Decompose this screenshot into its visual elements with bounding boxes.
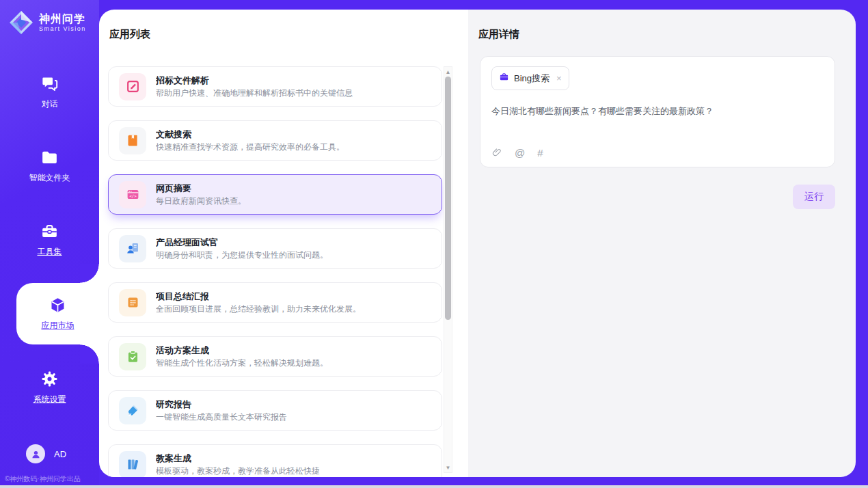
app-card-desc: 模板驱动，教案秒成，教学准备从此轻松快捷 — [156, 465, 320, 477]
sidebar-item-label: 智能文件夹 — [29, 172, 70, 184]
app-card-desc: 快速精准查找学术资源，提高研究效率的必备工具。 — [156, 141, 344, 153]
app-card[interactable]: 活动方案生成 智能生成个性化活动方案，轻松解决规划难题。 — [108, 336, 442, 377]
note-icon — [119, 289, 146, 316]
doc-edit-icon — [119, 73, 146, 100]
prompt-card[interactable]: Bing搜索 × 今日湖北有哪些新闻要点？有哪些需要关注的最新政策？ @ # — [480, 56, 835, 167]
app-card-desc: 智能生成个性化活动方案，轻松解决规划难题。 — [156, 357, 328, 369]
user-avatar — [26, 444, 45, 463]
sidebar-item-label: 应用市场 — [42, 320, 74, 331]
ink-pen-icon — [119, 397, 146, 424]
user-label: AD — [54, 449, 66, 459]
app-card[interactable]: 招标文件解析 帮助用户快速、准确地理解和解析招标书中的关键信息 — [108, 66, 442, 107]
list-scrollbar[interactable]: ▲ ▼ — [444, 66, 452, 473]
app-list-title: 应用列表 — [99, 10, 468, 41]
tool-tag-bing[interactable]: Bing搜索 × — [491, 66, 569, 90]
prompt-input[interactable]: 今日湖北有哪些新闻要点？有哪些需要关注的最新政策？ — [491, 105, 824, 118]
clipboard-check-icon — [119, 343, 146, 370]
logo-subtitle: Smart Vision — [39, 25, 86, 32]
app-card[interactable]: 研究报告 一键智能生成高质量长文本研究报告 — [108, 390, 442, 431]
app-detail-panel: 应用详情 Bing搜索 × 今日湖北有哪些新闻要点？有哪些需要关注的最新政策？ … — [468, 10, 856, 477]
user-account[interactable]: AD — [26, 444, 66, 463]
app-card-title: 网页摘要 — [156, 182, 246, 195]
chat-icon — [40, 74, 59, 93]
app-card[interactable]: 教案生成 模板驱动，教案秒成，教学准备从此轻松快捷 — [108, 444, 442, 477]
app-card-desc: 每日政府新闻资讯快查。 — [156, 195, 246, 207]
tag-close-icon[interactable]: × — [556, 74, 562, 83]
app-card-desc: 明确身份和职责，为您提供专业性的面试问题。 — [156, 249, 328, 261]
app-detail-title: 应用详情 — [468, 10, 856, 41]
sidebar-item-label: 工具集 — [38, 246, 62, 258]
attach-toolbar: @ # — [491, 147, 543, 158]
app-card-title: 活动方案生成 — [156, 344, 328, 357]
app-list-panel: 应用列表 招标文件解析 帮助用户快速、准确地理解和解析招标书中的关键信息 文献搜… — [99, 10, 468, 477]
app-card-desc: 全面回顾项目进展，总结经验教训，助力未来优化发展。 — [156, 303, 361, 315]
sidebar: 神州问学 Smart Vision 对话 智能文件夹 工具集 应用市场 系统设置… — [0, 0, 99, 488]
logo-diamond-icon — [8, 10, 34, 36]
sidebar-item-label: 系统设置 — [33, 394, 66, 405]
main-shell: 应用列表 招标文件解析 帮助用户快速、准确地理解和解析招标书中的关键信息 文献搜… — [99, 10, 856, 477]
app-card[interactable]: 项目总结汇报 全面回顾项目进展，总结经验教训，助力未来优化发展。 — [108, 282, 442, 323]
paperclip-icon[interactable] — [491, 147, 502, 158]
app-card[interactable]: 产品经理面试官 明确身份和职责，为您提供专业性的面试问题。 — [108, 228, 442, 269]
app-logo: 神州问学 Smart Vision — [0, 0, 99, 36]
cube-icon — [49, 296, 67, 314]
gear-icon — [40, 370, 59, 388]
folder-icon — [40, 148, 59, 167]
tool-tag-label: Bing搜索 — [514, 72, 550, 85]
at-icon[interactable]: @ — [515, 148, 525, 158]
toolbox-icon — [40, 222, 59, 241]
app-card-title: 研究报告 — [156, 398, 287, 411]
sidebar-nav: 对话 智能文件夹 工具集 应用市场 系统设置 — [0, 62, 99, 431]
briefcase-icon — [499, 72, 509, 85]
run-button[interactable]: 运行 — [793, 185, 835, 209]
app-cards: 招标文件解析 帮助用户快速、准确地理解和解析招标书中的关键信息 文献搜索 快速精… — [108, 66, 442, 477]
app-card-desc: 一键智能生成高质量长文本研究报告 — [156, 411, 287, 423]
books-icon — [119, 451, 146, 478]
sidebar-item-cube[interactable]: 应用市场 — [16, 283, 99, 344]
sidebar-item-toolbox[interactable]: 工具集 — [0, 209, 99, 271]
app-card-desc: 帮助用户快速、准确地理解和解析招标书中的关键信息 — [156, 87, 353, 99]
app-card[interactable]: 文献搜索 快速精准查找学术资源，提高研究效率的必备工具。 — [108, 120, 442, 161]
interview-icon — [119, 235, 146, 262]
sidebar-item-gear[interactable]: 系统设置 — [0, 357, 99, 418]
scroll-up-icon[interactable]: ▲ — [444, 68, 452, 76]
app-card-title: 招标文件解析 — [156, 74, 353, 87]
scroll-down-icon[interactable]: ▼ — [444, 463, 452, 472]
sidebar-item-chat[interactable]: 对话 — [0, 62, 99, 123]
app-card-title: 项目总结汇报 — [156, 290, 361, 303]
book-icon — [119, 127, 146, 154]
browser-code-icon: </> — [119, 181, 146, 208]
scrollbar-thumb[interactable] — [445, 77, 451, 320]
sidebar-item-folder[interactable]: 智能文件夹 — [0, 135, 99, 197]
app-card[interactable]: </> 网页摘要 每日政府新闻资讯快查。 — [108, 174, 442, 215]
copyright-footer: ©神州数码·神州问学出品 — [5, 474, 81, 484]
app-card-title: 文献搜索 — [156, 128, 344, 141]
svg-text:</>: </> — [129, 194, 137, 198]
app-card-title: 产品经理面试官 — [156, 236, 328, 249]
app-card-title: 教案生成 — [156, 452, 320, 465]
logo-title: 神州问学 — [39, 13, 86, 25]
sidebar-item-label: 对话 — [42, 98, 58, 110]
hash-icon[interactable]: # — [537, 148, 543, 158]
